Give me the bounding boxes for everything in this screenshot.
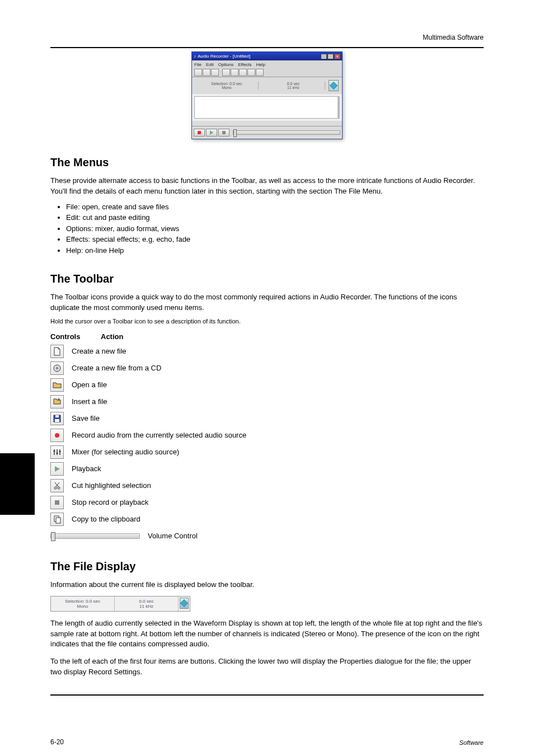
- app-icon: ♪: [194, 54, 196, 59]
- toolbar-intro: The Toolbar icons provide a quick way to…: [50, 292, 484, 313]
- svg-rect-4: [55, 419, 59, 422]
- svg-point-9: [54, 487, 57, 489]
- play-icon[interactable]: [50, 462, 64, 476]
- svg-rect-8: [59, 451, 61, 452]
- toolbar-action-label: Save file: [72, 414, 100, 422]
- toolbar-row-save: Save file: [50, 411, 484, 426]
- menu-help[interactable]: Help: [256, 62, 265, 67]
- cut-icon[interactable]: [50, 479, 64, 492]
- toolbar-action-label: Create a new file: [72, 347, 127, 355]
- toolbar-action-label: Playback: [72, 464, 101, 473]
- volume-slider[interactable]: [50, 533, 140, 539]
- save-icon[interactable]: [50, 412, 64, 425]
- info-mode: Mono: [222, 86, 232, 90]
- titlebar: ♪ Audio Recorder - [Untitled] _ □ ×: [192, 52, 342, 60]
- menu-options[interactable]: Options: [218, 62, 234, 67]
- minimize-button[interactable]: _: [321, 54, 327, 59]
- svg-rect-6: [54, 450, 55, 452]
- toolbar-tip: Hold the cursor over a Toolbar icon to s…: [50, 318, 484, 325]
- toolbar-row-mixer: Mixer (for selecting audio source): [50, 445, 484, 459]
- filedisplay-p2: The length of audio currently selected i…: [50, 618, 484, 650]
- transport-stop-button[interactable]: [218, 129, 229, 137]
- svg-rect-3: [55, 415, 59, 417]
- tb-play[interactable]: [231, 69, 238, 76]
- menu-item-options: Options: mixer, audio format, views: [66, 223, 484, 234]
- toolbar-row-new: Create a new file: [50, 344, 484, 359]
- svg-rect-13: [56, 518, 60, 523]
- menu-item-effects: Effects: special effects; e.g. echo, fad…: [66, 234, 484, 245]
- open-icon[interactable]: [50, 378, 64, 392]
- toolbar-action-label: Volume Control: [148, 532, 198, 540]
- tb-cut[interactable]: [239, 69, 247, 76]
- audio-recorder-window: ♪ Audio Recorder - [Untitled] _ □ × File…: [191, 51, 343, 139]
- tb-copy[interactable]: [247, 69, 255, 76]
- fd-selection[interactable]: Selection: 0.0 sec: [65, 599, 100, 604]
- insert-icon[interactable]: [50, 395, 64, 408]
- menubar: File Edit Options Effects Help: [192, 60, 342, 68]
- menu-edit[interactable]: Edit: [206, 62, 214, 67]
- fd-duration[interactable]: 0.0 sec: [139, 599, 154, 604]
- page-number: 6-20: [50, 738, 64, 746]
- header-section-label: Multimedia Software: [50, 34, 484, 41]
- info-rate: 11 kHz: [287, 86, 299, 90]
- filedisplay-p3: To the left of each of the first four it…: [50, 656, 484, 678]
- toolbar-control-list: Create a new fileCreate a new file from …: [50, 344, 484, 543]
- tb-save[interactable]: [211, 69, 219, 76]
- waveform-display[interactable]: [192, 94, 342, 121]
- toolbar-action-label: Record audio from the currently selected…: [72, 431, 246, 439]
- tb-record[interactable]: [222, 69, 230, 76]
- col-header-controls: Controls: [50, 332, 84, 341]
- screenshot-toolbar: [192, 68, 342, 77]
- svg-point-1: [57, 367, 58, 369]
- toolbar-action-label: Open a file: [72, 381, 107, 389]
- toolbar-row-open: Open a file: [50, 378, 484, 392]
- transport-slider[interactable]: [233, 130, 340, 135]
- menu-item-help: Help: on-line Help: [66, 245, 484, 256]
- fd-rate[interactable]: 11 kHz: [139, 604, 153, 609]
- stop-icon[interactable]: [50, 496, 64, 509]
- new-icon[interactable]: [50, 345, 64, 358]
- menus-intro: These provide alternate access to basic …: [50, 176, 484, 197]
- menu-file[interactable]: File: [194, 62, 202, 67]
- info-selection: Selection: 0.0 sec: [211, 82, 242, 86]
- info-compressed-icon: [329, 80, 339, 91]
- svg-rect-7: [57, 453, 58, 454]
- tb-mixer[interactable]: [256, 69, 264, 76]
- toolbar-row-stop: Stop record or playback: [50, 495, 484, 510]
- toolbar-action-label: Create a new file from a CD: [72, 364, 161, 372]
- transport-record-button[interactable]: [194, 129, 205, 137]
- toolbar-action-label: Stop record or playback: [72, 498, 148, 506]
- window-title: Audio Recorder - [Untitled]: [198, 54, 250, 59]
- svg-point-5: [55, 433, 59, 438]
- record-icon[interactable]: [50, 429, 64, 442]
- mixer-icon[interactable]: [50, 445, 64, 459]
- toolbar-action-label: Mixer (for selecting audio source): [72, 448, 179, 456]
- timeline-ruler: [192, 121, 342, 126]
- tb-new[interactable]: [194, 69, 202, 76]
- svg-rect-11: [55, 500, 59, 505]
- header-rule: [50, 47, 484, 48]
- toolbar-row-play: Playback: [50, 462, 484, 476]
- menu-item-file: File: open, create and save files: [66, 201, 484, 213]
- new-from-cd-icon[interactable]: [50, 361, 64, 375]
- fd-mode[interactable]: Mono: [77, 604, 88, 609]
- toolbar-row-insert: Insert a file: [50, 395, 484, 409]
- col-header-action: Action: [101, 332, 123, 341]
- toolbar-row-new-from-cd: Create a new file from a CD: [50, 361, 484, 375]
- filedisplay-heading: The File Display: [50, 560, 484, 573]
- menu-effects[interactable]: Effects: [238, 62, 251, 67]
- toolbar-action-label: Cut highlighted selection: [72, 481, 151, 490]
- close-button[interactable]: ×: [334, 54, 340, 59]
- menu-item-edit: Edit: cut and paste editing: [66, 212, 484, 223]
- filedisplay-p1: Information about the current file is di…: [50, 580, 484, 590]
- copy-icon[interactable]: [50, 513, 64, 526]
- transport-play-button[interactable]: [206, 129, 217, 137]
- maximize-button[interactable]: □: [327, 54, 334, 59]
- tb-open[interactable]: [203, 69, 210, 76]
- toolbar-action-label: Copy to the clipboard: [72, 515, 140, 523]
- menus-heading: The Menus: [50, 156, 484, 169]
- info-duration: 0.0 sec: [287, 82, 300, 86]
- file-display-widget: Selection: 0.0 sec Mono 0.0 sec 11 kHz: [50, 596, 190, 612]
- toolbar-action-label: Insert a file: [72, 397, 107, 406]
- toolbar-row-copy: Copy to the clipboard: [50, 512, 484, 527]
